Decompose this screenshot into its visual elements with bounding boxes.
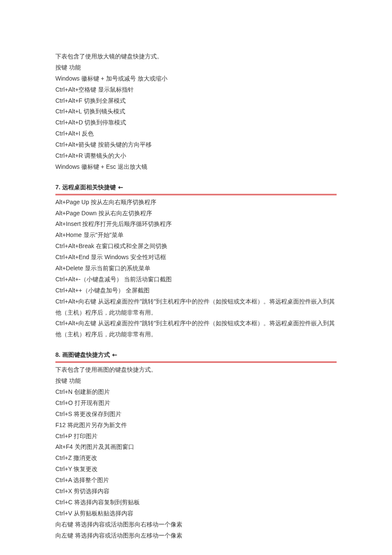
- magnifier-item: Ctrl+Alt+L 切换到镜头模式: [55, 106, 337, 117]
- paint-item: Ctrl+V 从剪贴板粘贴选择内容: [55, 508, 337, 519]
- section-8-heading: 8. 画图键盘快捷方式 ↖: [55, 350, 337, 363]
- paint-item: Ctrl+A 选择整个图片: [55, 475, 337, 486]
- paint-item: Ctrl+S 将更改保存到图片: [55, 409, 337, 420]
- remote-desktop-item: Ctrl+Alt++（小键盘加号） 全屏截图: [55, 285, 337, 296]
- remote-desktop-item: Alt+Page Up 按从左向右顺序切换程序: [55, 197, 337, 208]
- paint-item: F12 将此图片另存为新文件: [55, 420, 337, 431]
- remote-desktop-item: Ctrl+Alt+向右键 从远程桌面控件"跳转"到主机程序中的控件（如按钮或文本…: [55, 296, 337, 318]
- remote-desktop-item: Alt+Page Down 按从右向左切换程序: [55, 208, 337, 219]
- magnifier-item: Windows 徽标键 + 加号或减号 放大或缩小: [55, 73, 337, 84]
- paint-item: Ctrl+P 打印图片: [55, 431, 337, 442]
- magnifier-item: Ctrl+Alt+箭头键 按箭头键的方向平移: [55, 139, 337, 150]
- paint-intro: 下表包含了使用画图的键盘快捷方式。: [55, 364, 337, 376]
- paint-item: 向左键 将选择内容或活动图形向左移动一个像素: [55, 530, 337, 541]
- back-to-top-icon[interactable]: ↖: [115, 182, 127, 193]
- paint-item: Ctrl+N 创建新的图片: [55, 387, 337, 398]
- remote-desktop-item: Alt+Insert 按程序打开先后顺序循环切换程序: [55, 219, 337, 230]
- back-to-top-icon[interactable]: ↖: [109, 350, 121, 361]
- magnifier-intro: 下表包含了使用放大镜的键盘快捷方式。: [55, 51, 337, 62]
- magnifier-item: Windows 徽标键 + Esc 退出放大镜: [55, 162, 337, 173]
- paint-header: 按键 功能: [55, 376, 337, 387]
- remote-desktop-item: Ctrl+Alt+Break 在窗口模式和全屏之间切换: [55, 241, 337, 252]
- paint-item: 向右键 将选择内容或活动图形向右移动一个像素: [55, 519, 337, 530]
- section-7-heading: 7. 远程桌面相关快捷键 ↖: [55, 182, 337, 195]
- section-8-number: 8.: [55, 351, 61, 358]
- remote-desktop-item: Ctrl+Alt+-（小键盘减号） 当前活动窗口截图: [55, 274, 337, 285]
- section-7-title: 远程桌面相关快捷键: [62, 184, 116, 191]
- magnifier-header: 按键 功能: [55, 62, 337, 73]
- paint-item: Ctrl+Z 撤消更改: [55, 453, 337, 464]
- magnifier-item: Ctrl+Alt+R 调整镜头的大小: [55, 150, 337, 162]
- paint-item: Ctrl+Y 恢复更改: [55, 464, 337, 475]
- remote-desktop-item: Alt+Delete 显示当前窗口的系统菜单: [55, 263, 337, 274]
- section-8-title: 画图键盘快捷方式: [62, 351, 110, 358]
- paint-item: Ctrl+X 剪切选择内容: [55, 486, 337, 497]
- paint-item: Ctrl+C 将选择内容复制到剪贴板: [55, 497, 337, 508]
- paint-item: Ctrl+O 打开现有图片: [55, 398, 337, 409]
- magnifier-item: Ctrl+Alt+D 切换到停靠模式: [55, 117, 337, 128]
- remote-desktop-item: Alt+Home 显示"开始"菜单: [55, 230, 337, 241]
- magnifier-item: Ctrl+Alt+I 反色: [55, 128, 337, 139]
- magnifier-item: Ctrl+Alt+空格键 显示鼠标指针: [55, 84, 337, 95]
- remote-desktop-item: Ctrl+Alt+向左键 从远程桌面控件"跳转"到主机程序中的控件（如按钮或文本…: [55, 318, 337, 340]
- paint-item: Alt+F4 关闭图片及其画图窗口: [55, 442, 337, 453]
- section-7-number: 7.: [55, 184, 61, 191]
- magnifier-item: Ctrl+Alt+F 切换到全屏模式: [55, 95, 337, 107]
- remote-desktop-item: Ctrl+Alt+End 显示 Windows 安全性对话框: [55, 252, 337, 263]
